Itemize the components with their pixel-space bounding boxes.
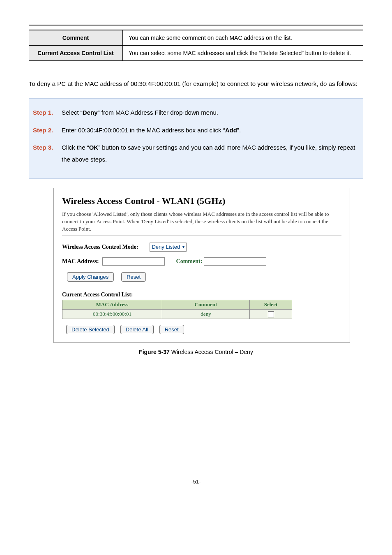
step-content: Enter 00:30:4F:00:00:01 in the MAC addre…	[62, 125, 359, 136]
page-number: -51-	[29, 479, 363, 485]
cac-header-mac: MAC Address	[62, 300, 162, 309]
form-buttons: Apply Changes Reset	[67, 272, 341, 282]
list-buttons: Delete Selected Delete All Reset	[66, 325, 341, 334]
mac-label: MAC Address:	[62, 258, 99, 265]
parameter-table: Comment You can make some comment on eac…	[29, 30, 363, 61]
panel-description: If you choose 'Allowed Listed', only tho…	[62, 210, 341, 233]
figure-number: Figure 5-37	[139, 349, 170, 355]
step-row: Step 2. Enter 00:30:4F:00:00:01 in the M…	[33, 125, 359, 136]
cac-table: MAC Address Comment Select 00:30:4f:00:0…	[62, 300, 292, 319]
step-label: Step 3.	[33, 142, 62, 165]
param-label: Current Access Control List	[29, 46, 123, 61]
delete-selected-button[interactable]: Delete Selected	[66, 325, 115, 334]
cac-cell-select	[250, 309, 292, 319]
delete-all-button[interactable]: Delete All	[120, 325, 154, 334]
reset-list-button[interactable]: Reset	[159, 325, 184, 334]
example-mac: 00:30:4F:00:00:01	[131, 80, 181, 87]
screenshot-panel: Wireless Access Control - WLAN1 (5GHz) I…	[53, 188, 350, 343]
reset-button[interactable]: Reset	[121, 272, 146, 282]
figure-caption: Figure 5-37 Wireless Access Control – De…	[29, 349, 363, 355]
cac-cell-comment: deny	[162, 309, 250, 319]
comment-label: Comment:	[176, 258, 203, 265]
cac-list-title: Current Access Control List:	[62, 291, 341, 298]
table-row: Current Access Control List You can sele…	[29, 46, 363, 61]
row-select-checkbox[interactable]	[268, 311, 274, 317]
instruction-paragraph: To deny a PC at the MAC address of 00:30…	[29, 78, 363, 90]
comment-input[interactable]	[204, 257, 266, 266]
step-content: Click the “OK” button to save your setti…	[62, 142, 359, 165]
param-label: Comment	[29, 30, 123, 46]
divider	[62, 236, 341, 236]
mode-label: Wireless Access Control Mode:	[62, 244, 138, 250]
text: To deny a PC at the MAC address of	[29, 80, 131, 87]
param-desc: You can make some comment on each MAC ad…	[123, 30, 364, 46]
step-content: Select “Deny” from MAC Address Filter dr…	[62, 107, 359, 119]
cac-cell-mac: 00:30:4f:00:00:01	[62, 309, 162, 319]
steps-box: Step 1. Select “Deny” from MAC Address F…	[29, 98, 363, 179]
cac-header-comment: Comment	[162, 300, 250, 309]
table-row: Comment You can make some comment on eac…	[29, 30, 363, 46]
panel-title: Wireless Access Control - WLAN1 (5GHz)	[62, 196, 341, 206]
step-label: Step 2.	[33, 125, 62, 136]
step-label: Step 1.	[33, 107, 62, 119]
param-desc: You can select some MAC addresses and cl…	[123, 46, 364, 61]
mode-select[interactable]: Deny Listed ▾	[150, 243, 187, 252]
step-row: Step 3. Click the “OK” button to save yo…	[33, 142, 359, 165]
figure-title: Wireless Access Control – Deny	[170, 349, 253, 355]
chevron-down-icon: ▾	[182, 245, 184, 249]
mode-value: Deny Listed	[152, 244, 180, 250]
mode-row: Wireless Access Control Mode: Deny Liste…	[62, 243, 341, 252]
mac-row: MAC Address: Comment:	[62, 257, 341, 266]
page-top-rule	[29, 25, 363, 25]
cac-header-select: Select	[250, 300, 292, 309]
step-row: Step 1. Select “Deny” from MAC Address F…	[33, 107, 359, 119]
mac-input[interactable]	[102, 257, 165, 266]
apply-changes-button[interactable]: Apply Changes	[67, 272, 114, 282]
text: (for example) to connect to your wireles…	[180, 80, 357, 87]
table-row: 00:30:4f:00:00:01 deny	[62, 309, 292, 319]
